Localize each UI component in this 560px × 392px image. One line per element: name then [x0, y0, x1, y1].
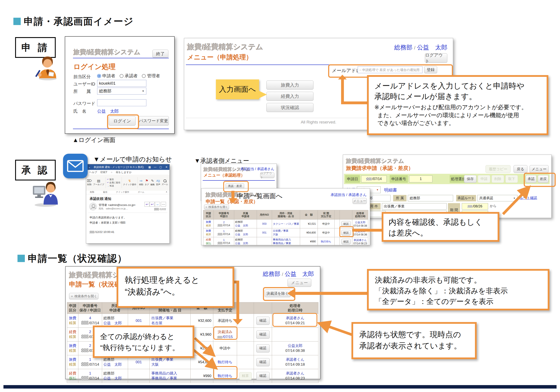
- redacted-year: [468, 205, 472, 208]
- minimize-icon[interactable]: —: [154, 166, 157, 169]
- zoom-button[interactable]: ズーム: [161, 179, 168, 186]
- radio-applicant-label[interactable]: 申請者: [102, 73, 115, 78]
- to-list-caption: 申請一覧画面へ: [237, 192, 283, 201]
- move-button[interactable]: ⇨移動: [139, 179, 143, 186]
- from-suffix: から: [490, 204, 497, 208]
- return-button[interactable]: 差戻: [538, 175, 549, 183]
- editing-button[interactable]: ✎編集: [150, 179, 155, 186]
- table-row: 旅費精算 2/07/14 総務部公益 太郎 003 タクシー・バス／事業 ¥2,…: [203, 220, 368, 228]
- reply-icon: ↩: [107, 178, 109, 181]
- reply-all-quick-button[interactable]: ↩: [150, 202, 155, 207]
- name-label: 氏 名: [73, 108, 86, 114]
- menu-button[interactable]: メニュー: [288, 279, 311, 287]
- radio-applicant-icon[interactable]: [97, 74, 101, 78]
- confirm-button[interactable]: 確認: [256, 344, 270, 352]
- section1-title: 申請・承認画面イメージ: [13, 15, 134, 28]
- back-button[interactable]: 戻る: [514, 165, 527, 173]
- quick-steps-button[interactable]: ↯クイック操作: [123, 179, 136, 186]
- expense-input-button[interactable]: 経費入力: [266, 92, 313, 101]
- caret-down-icon[interactable]: ⌄: [88, 166, 90, 169]
- exclude-approved-button[interactable]: 決裁済を除く: [265, 290, 290, 297]
- dept-label: 所 属: [73, 89, 91, 94]
- reading-pane-icon[interactable]: ▦: [148, 166, 151, 169]
- menu-button[interactable]: メニュー: [530, 165, 549, 173]
- approve-callout: 内容を確認後、承認もしく は差戻へ。: [382, 212, 499, 242]
- number-label: 申請番号: [390, 175, 408, 183]
- logout-button[interactable]: ログアウト: [260, 172, 274, 178]
- approve-button[interactable]: 承認: [526, 175, 537, 183]
- travel-input-button[interactable]: 旅費入力: [266, 80, 313, 90]
- dept-select[interactable]: 総務部 ▼: [97, 88, 146, 95]
- confirm-button[interactable]: 確認: [341, 221, 351, 227]
- date-field[interactable]: /07/14: [361, 175, 387, 182]
- forward-quick-button[interactable]: →: [155, 202, 160, 207]
- yoken-field[interactable]: 出張費／事業: [382, 203, 447, 210]
- password-change-button[interactable]: パスワード変更: [138, 116, 169, 126]
- reply-quick-button[interactable]: ↩: [144, 202, 150, 207]
- route-label: 承認ルート: [456, 195, 476, 201]
- open-search-button[interactable]: ＋ 検索条件を開く: [204, 204, 229, 210]
- radio-approver-icon[interactable]: [120, 74, 123, 78]
- period-from-field[interactable]: /08/26: [462, 203, 488, 210]
- email-input[interactable]: [358, 66, 422, 73]
- status-user: 総務部 / 公益 太郎: [263, 270, 314, 278]
- apply-button[interactable]: 申請: [478, 175, 490, 183]
- done-callout: 執行処理を終えると “決裁済み”へ。: [117, 267, 234, 308]
- delete-button[interactable]: ⌦削除: [87, 179, 92, 186]
- withdraw-button[interactable]: 取下: [505, 175, 518, 183]
- approver-person-icon: [30, 179, 60, 207]
- register-button[interactable]: 登録: [424, 66, 437, 73]
- save-button[interactable]: 保存: [464, 175, 476, 183]
- radio-approver-label[interactable]: 承認者: [125, 73, 138, 78]
- reply-button[interactable]: ↩ 返信: [107, 178, 120, 181]
- forward-button[interactable]: → 転送: [107, 184, 120, 187]
- mail-titlebar: ⌄ 承認依頼 通知 - メッセージ (テキスト形式) ▦ — ▢ ✕: [86, 164, 170, 170]
- tags-button[interactable]: ⚑タグ: [145, 179, 149, 186]
- more-actions-button[interactable]: ⋯: [161, 202, 166, 207]
- history-copy-button[interactable]: 履歴コピー: [486, 165, 510, 173]
- detail-sheet-link[interactable]: 明細書: [384, 187, 397, 193]
- confirm-button[interactable]: 確認: [341, 230, 351, 235]
- speech-button[interactable]: A))音声: [156, 179, 160, 186]
- confirm-button[interactable]: 確認: [341, 239, 351, 244]
- logout-button[interactable]: ログアウト: [425, 53, 447, 63]
- open-search-button[interactable]: ＋ 検索条件を開く: [69, 293, 99, 299]
- reply-all-button[interactable]: ↩ 全員に返信: [107, 181, 120, 184]
- userid-value: koueki01: [99, 81, 116, 86]
- route-check-link[interactable]: ルート確認: [520, 196, 537, 200]
- menu-tellme[interactable]: 何をしますか: [116, 171, 131, 174]
- confirm-button[interactable]: 確認: [256, 317, 270, 325]
- confirm-button[interactable]: 確認: [256, 372, 270, 380]
- menu-eset[interactable]: ESET: [100, 171, 107, 174]
- login-button[interactable]: ログイン: [109, 116, 136, 126]
- table-header-row: 申請区分 申請番号申請日 所属申請者 用件NO 用件・用途開催地・品 目 金 額…: [203, 210, 368, 220]
- arrow-line: [236, 281, 239, 320]
- table-row: 経費仮払 1/07/14 総務部公益 太郎 事務用品の購入事務用品／事業 ¥99…: [67, 369, 319, 383]
- collapse-ribbon-icon[interactable]: ∧: [166, 191, 167, 194]
- status-check-button[interactable]: 状況確認: [266, 103, 313, 112]
- delete-button[interactable]: 削除: [491, 175, 504, 183]
- confirm-button[interactable]: 確認: [256, 331, 270, 339]
- mail-date: /12/22: [154, 208, 166, 211]
- archive-button[interactable]: ▤アーカイブ: [93, 179, 104, 186]
- mail-subject: 承認依頼 通知: [90, 197, 111, 201]
- callout-tail-icon: [259, 91, 267, 99]
- system-title: 旅費/経費精算システム: [346, 157, 404, 165]
- menu-button[interactable]: メニュー: [352, 198, 367, 204]
- number-field[interactable]: 1: [409, 175, 432, 182]
- menu-help[interactable]: ヘルプ: [89, 171, 97, 174]
- move-icon: ⇨: [140, 179, 142, 183]
- close-icon[interactable]: ✕: [165, 166, 168, 169]
- confirm-button[interactable]: 確認: [256, 358, 270, 366]
- exit-button[interactable]: 終了: [152, 50, 168, 58]
- userid-field[interactable]: koueki01: [97, 80, 146, 87]
- route-select[interactable]: 共通承認▼: [477, 195, 518, 201]
- maximize-icon[interactable]: ▢: [160, 166, 162, 169]
- arrow-line: [341, 79, 344, 104]
- dept-field[interactable]: 総務部: [408, 195, 453, 201]
- radio-admin-icon[interactable]: [142, 74, 146, 78]
- seisan-button[interactable]: 精算: [239, 372, 252, 380]
- password-field[interactable]: [97, 99, 146, 106]
- radio-admin-label[interactable]: 管理者: [147, 73, 160, 78]
- slide-page: 申請・承認画面イメージ 申 請 終了 旅費/経費精算システム ログイン処理 担当…: [0, 0, 560, 392]
